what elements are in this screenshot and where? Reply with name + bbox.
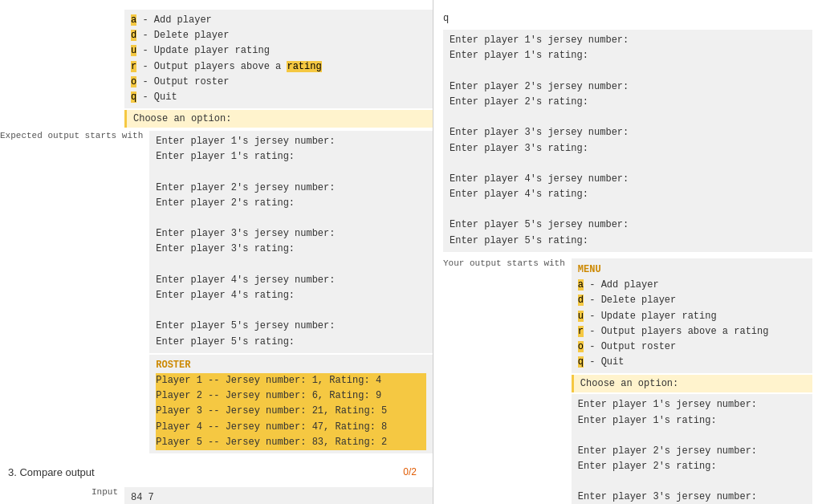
r-p1-rating: Enter player 1's rating: — [450, 48, 806, 63]
r2-p2-blank — [578, 474, 806, 490]
r-p1-jersey: Enter player 1's jersey number: — [450, 33, 806, 48]
right-menu-header: MENU — [578, 262, 806, 278]
input-line-1: 84 7 — [131, 490, 426, 504]
menu-line-2: d - Delete player — [131, 28, 426, 43]
main-container: a - Add player d - Delete player u - Upd… — [0, 0, 822, 504]
p4-jersey: Enter player 4's jersey number: — [156, 273, 426, 288]
menu-text-1: - Add player — [136, 14, 212, 26]
right-menu-line-5: o - Output roster — [578, 339, 806, 355]
input-content: 84 7 23 4 4 5 30 2 66 9 — [124, 487, 433, 504]
right-menu-line-6: q - Quit — [578, 355, 806, 370]
player-prompts-content: Enter player 1's jersey number: Enter pl… — [149, 131, 433, 353]
r-p4-blank — [450, 202, 806, 217]
menu-line-1: a - Add player — [131, 13, 426, 28]
roster-line-2: Player 2 -- Jersey number: 6, Rating: 9 — [156, 388, 426, 404]
right-menu-d: d — [578, 295, 584, 306]
menu-line-5: o - Output roster — [131, 75, 426, 90]
right-menu-line-2: d - Delete player — [578, 293, 806, 308]
right-player-prompts-2: Enter player 1's jersey number: Enter pl… — [572, 394, 812, 504]
p5-rating: Enter player 5's rating: — [156, 335, 426, 350]
score-badge: 0/2 — [403, 466, 417, 478]
menu-highlight-rating: rating — [287, 61, 321, 72]
right-menu-block: MENU a - Add player d - Delete player u … — [572, 258, 812, 374]
r2-p2-rating: Enter player 2's rating: — [578, 459, 806, 474]
right-menu-r: r — [578, 326, 584, 337]
menu-text-3: - Update player rating — [136, 45, 270, 56]
r-p2-jersey: Enter player 2's jersey number: — [450, 79, 806, 95]
section3-label: 3. Compare output — [8, 466, 95, 478]
r-p3-jersey: Enter player 3's jersey number: — [450, 125, 806, 140]
roster-header: ROSTER — [156, 358, 426, 373]
roster-line-5: Player 5 -- Jersey number: 83, Rating: 2 — [156, 435, 426, 450]
your-output-content: MENU a - Add player d - Delete player u … — [572, 257, 812, 504]
r-p5-rating: Enter player 5's rating: — [450, 234, 806, 249]
r2-p1-rating: Enter player 1's rating: — [578, 413, 806, 429]
choose-option-right: Choose an option: — [572, 375, 812, 392]
expected-block-left: Expected output starts with Enter player… — [0, 129, 433, 455]
right-panel: q Enter player 1's jersey number: Enter … — [433, 0, 822, 504]
p2-blank — [156, 211, 426, 226]
roster-line-3: Player 3 -- Jersey number: 21, Rating: 5 — [156, 404, 426, 419]
p2-jersey: Enter player 2's jersey number: — [156, 181, 426, 196]
r-p4-rating: Enter player 4's rating: — [450, 187, 806, 202]
r-p3-rating: Enter player 3's rating: — [450, 141, 806, 156]
player-prompts-block: Enter player 1's jersey number: Enter pl… — [149, 129, 433, 455]
r2-p1-blank — [578, 429, 806, 444]
p4-rating: Enter player 4's rating: — [156, 288, 426, 303]
left-panel: a - Add player d - Delete player u - Upd… — [0, 0, 433, 504]
menu-text-5: - Output roster — [136, 76, 229, 87]
input-block: Input 84 7 23 4 4 5 30 2 66 9 — [0, 486, 433, 504]
right-menu-line-3: u - Update player rating — [578, 309, 806, 324]
p3-blank — [156, 258, 426, 273]
r-p2-rating: Enter player 2's rating: — [450, 95, 806, 110]
p2-rating: Enter player 2's rating: — [156, 196, 426, 211]
menu-line-6: q - Quit — [131, 90, 426, 105]
roster-line-1: Player 1 -- Jersey number: 1, Rating: 4 — [156, 373, 426, 388]
q-label: q — [443, 11, 812, 26]
menu-text-4: - Output players above a — [136, 61, 287, 72]
section3-header: 3. Compare output 0/2 — [0, 463, 433, 482]
menu-text-6: - Quit — [136, 91, 177, 103]
expected-label-left: Expected output starts with — [0, 129, 149, 140]
right-menu-q: q — [578, 356, 584, 368]
right-menu-line-1: a - Add player — [578, 278, 806, 293]
r2-p3-jersey: Enter player 3's jersey number: — [578, 490, 806, 504]
r-p4-jersey: Enter player 4's jersey number: — [450, 172, 806, 187]
right-menu-u: u — [578, 311, 584, 322]
menu-line-3: u - Update player rating — [131, 43, 426, 59]
menu-output: a - Add player d - Delete player u - Upd… — [124, 10, 433, 108]
r-p1-blank — [450, 64, 806, 79]
r-p5-jersey: Enter player 5's jersey number: — [450, 217, 806, 233]
p4-blank — [156, 303, 426, 319]
r2-p2-jersey: Enter player 2's jersey number: — [578, 444, 806, 459]
p5-jersey: Enter player 5's jersey number: — [156, 319, 426, 334]
p1-jersey: Enter player 1's jersey number: — [156, 134, 426, 149]
r2-p1-jersey: Enter player 1's jersey number: — [578, 397, 806, 413]
r-p2-blank — [450, 110, 806, 125]
your-output-label: Your output starts with — [443, 257, 572, 268]
p3-jersey: Enter player 3's jersey number: — [156, 226, 426, 242]
p1-blank — [156, 165, 426, 181]
choose-option-left: Choose an option: — [124, 110, 433, 128]
p1-rating: Enter player 1's rating: — [156, 149, 426, 165]
menu-block: a - Add player d - Delete player u - Upd… — [124, 10, 433, 128]
roster-block: ROSTER Player 1 -- Jersey number: 1, Rat… — [149, 355, 433, 453]
right-menu-line-4: r - Output players above a rating — [578, 324, 806, 339]
menu-text-2: - Delete player — [136, 30, 229, 41]
choose-option-text-left: Choose an option: — [133, 113, 231, 124]
input-label: Input — [0, 486, 124, 497]
right-menu-a: a — [578, 279, 584, 291]
your-output-block: Your output starts with MENU a - Add pla… — [443, 257, 812, 504]
r-p3-blank — [450, 156, 806, 172]
menu-line-4: r - Output players above a rating — [131, 59, 426, 75]
right-menu-o: o — [578, 341, 584, 352]
right-player-prompts: Enter player 1's jersey number: Enter pl… — [443, 30, 812, 252]
roster-line-4: Player 4 -- Jersey number: 47, Rating: 8 — [156, 420, 426, 435]
choose-option-text-right: Choose an option: — [580, 378, 678, 389]
p3-rating: Enter player 3's rating: — [156, 242, 426, 257]
right-content-wrapper: q Enter player 1's jersey number: Enter … — [433, 8, 822, 504]
